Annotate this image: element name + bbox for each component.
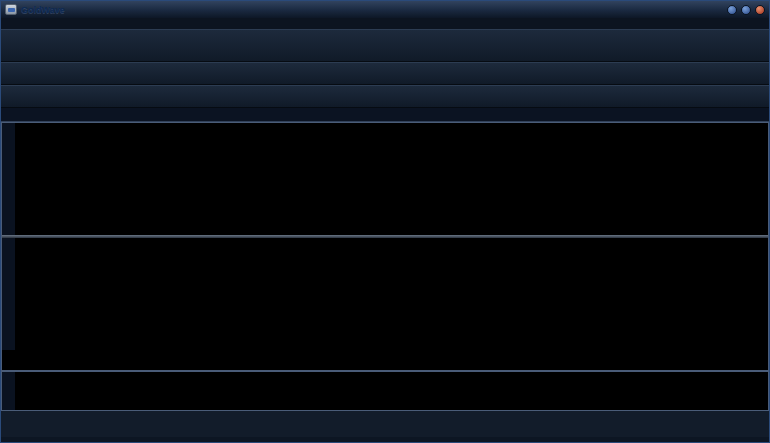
title-bar[interactable]: GoldWave bbox=[1, 1, 769, 18]
waveform-panel bbox=[1, 122, 769, 371]
overview-panel bbox=[1, 371, 769, 411]
overview-ruler[interactable] bbox=[2, 399, 768, 410]
maximize-button[interactable] bbox=[741, 5, 751, 15]
goldwave-window: GoldWave bbox=[0, 0, 770, 443]
app-icon bbox=[5, 4, 17, 15]
waveform-channel-2[interactable] bbox=[2, 123, 302, 273]
transport-toolbar bbox=[1, 85, 769, 108]
file-tabs bbox=[1, 108, 769, 122]
window-title: GoldWave bbox=[21, 5, 65, 15]
menu-bar bbox=[1, 18, 769, 29]
overview-ruler-canvas bbox=[2, 399, 302, 443]
main-toolbar bbox=[1, 29, 769, 62]
minimize-button[interactable] bbox=[727, 5, 737, 15]
time-ruler[interactable] bbox=[2, 350, 768, 370]
effects-toolbar bbox=[1, 62, 769, 85]
close-button[interactable] bbox=[755, 5, 765, 15]
